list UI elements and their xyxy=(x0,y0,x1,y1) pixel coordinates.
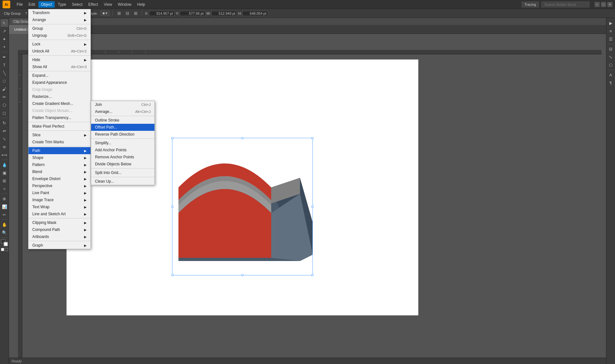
gradient-tool[interactable]: ▣ xyxy=(1,169,8,177)
menu-group[interactable]: Group Ctrl+G xyxy=(28,25,91,32)
menu-edit[interactable]: Edit xyxy=(26,1,38,8)
menu-slice[interactable]: Slice ▶ xyxy=(28,131,91,138)
menu-graph[interactable]: Graph ▶ xyxy=(28,242,91,249)
menu-create-gradient[interactable]: Create Gradient Mesh... xyxy=(28,100,91,107)
menu-blend[interactable]: Blend ▶ xyxy=(28,168,91,175)
slice-tool[interactable]: ✂ xyxy=(1,211,8,218)
lasso-tool[interactable]: ⌖ xyxy=(1,43,8,51)
mesh-tool[interactable]: ⊞ xyxy=(1,177,8,185)
selection-tool[interactable]: ↖ xyxy=(1,19,8,27)
align-left-btn[interactable]: ⊞ xyxy=(115,10,123,17)
width-tool[interactable]: ⟺ xyxy=(1,151,8,159)
submenu-split-grid[interactable]: Split Into Grid... xyxy=(91,169,154,176)
zoom-tool[interactable]: 🔍 xyxy=(1,229,8,236)
menu-expand[interactable]: Expand... xyxy=(28,72,91,79)
menu-envelope-distort[interactable]: Envelope Distort ▶ xyxy=(28,175,91,182)
blend-tool[interactable]: ≈ xyxy=(1,185,8,193)
close-button[interactable]: ✕ xyxy=(607,2,612,7)
fill-stroke-indicator[interactable] xyxy=(1,239,8,246)
submenu-reverse-path[interactable]: Reverse Path Direction xyxy=(91,131,154,138)
panel-transform[interactable]: ⤡ xyxy=(607,53,615,61)
submenu-divide-objects[interactable]: Divide Objects Below xyxy=(91,161,154,168)
style-selector[interactable]: ■ ▾ xyxy=(100,11,110,16)
x-input[interactable] xyxy=(149,11,175,16)
h-input[interactable] xyxy=(242,11,268,16)
scale-tool[interactable]: ⤡ xyxy=(1,135,8,143)
eraser-tool[interactable]: ◻ xyxy=(1,109,8,117)
maximize-button[interactable]: □ xyxy=(601,2,606,7)
menu-trim-marks[interactable]: Create Trim Marks xyxy=(28,138,91,146)
align-center-btn[interactable]: ⊟ xyxy=(123,10,131,17)
canvas-area[interactable]: |||||||| ||| xyxy=(9,34,606,364)
pen-tool[interactable]: ✒ xyxy=(1,53,8,61)
submenu-outline-stroke[interactable]: Outline Stroke xyxy=(91,117,154,124)
panel-layers[interactable]: ≡ xyxy=(607,27,615,35)
rect-tool[interactable]: □ xyxy=(1,77,8,85)
panel-pathfinder[interactable]: ⬡ xyxy=(607,61,615,69)
panel-align[interactable]: ⊟ xyxy=(607,45,615,53)
minimize-button[interactable]: ─ xyxy=(595,2,600,7)
menu-hide[interactable]: Hide ▶ xyxy=(28,56,91,63)
menu-artboards[interactable]: Artboards ▶ xyxy=(28,233,91,240)
none-btn[interactable] xyxy=(5,248,8,251)
submenu-average[interactable]: Average... Alt+Ctrl+J xyxy=(91,108,154,115)
menu-object[interactable]: Object xyxy=(38,1,55,8)
shaper-tool[interactable]: ⬡ xyxy=(1,101,8,109)
menu-view[interactable]: View xyxy=(101,1,115,8)
submenu-join[interactable]: Join Ctrl+J xyxy=(91,101,154,108)
menu-line-sketch[interactable]: Line and Sketch Art ▶ xyxy=(28,210,91,218)
menu-pixel-perfect[interactable]: Make Pixel Perfect xyxy=(28,123,91,130)
eyedropper-tool[interactable]: 💧 xyxy=(1,161,8,169)
rotate-tool[interactable]: ↻ xyxy=(1,119,8,127)
menu-compound-path[interactable]: Compound Path ▶ xyxy=(28,226,91,233)
menu-pattern[interactable]: Pattern ▶ xyxy=(28,161,91,168)
menu-clipping-mask[interactable]: Clipping Mask ▶ xyxy=(28,219,91,226)
pencil-tool[interactable]: ✏ xyxy=(1,93,8,101)
menu-type[interactable]: Type xyxy=(55,1,69,8)
panel-paragraph[interactable]: ¶ xyxy=(607,79,615,87)
color-btn[interactable] xyxy=(1,248,4,251)
type-tool[interactable]: T xyxy=(1,61,8,69)
menu-ungroup[interactable]: Ungroup Shift+Ctrl+G xyxy=(28,32,91,39)
panel-properties[interactable]: ▶ xyxy=(607,19,615,27)
align-right-btn[interactable]: ⊞ xyxy=(132,10,139,17)
panel-character[interactable]: A xyxy=(607,71,615,79)
menu-transform[interactable]: Transform ▶ xyxy=(28,9,91,16)
submenu-simplify[interactable]: Simplify... xyxy=(91,139,154,146)
menu-flatten[interactable]: Flatten Transparency... xyxy=(28,114,91,121)
search-input[interactable] xyxy=(541,2,589,7)
y-input[interactable] xyxy=(180,11,205,16)
submenu-remove-anchor[interactable]: Remove Anchor Points xyxy=(91,154,154,161)
menu-image-trace[interactable]: Image Trace ▶ xyxy=(28,196,91,203)
menu-lock[interactable]: Lock ▶ xyxy=(28,41,91,48)
menu-unlock-all[interactable]: Unlock All Alt+Ctrl+2 xyxy=(28,48,91,55)
submenu-add-anchor[interactable]: Add Anchor Points xyxy=(91,146,154,154)
submenu-offset-path[interactable]: Offset Path... xyxy=(91,124,154,131)
chart-tool[interactable]: 📊 xyxy=(1,203,8,210)
menu-arrange[interactable]: Arrange ▶ xyxy=(28,16,91,23)
warp-tool[interactable]: ≋ xyxy=(1,143,8,151)
menu-perspective[interactable]: Perspective ▶ xyxy=(28,182,91,189)
menu-effect[interactable]: Effect xyxy=(86,1,100,8)
reflect-tool[interactable]: ⇌ xyxy=(1,127,8,135)
menu-shape[interactable]: Shape ▶ xyxy=(28,154,91,161)
menu-text-wrap[interactable]: Text Wrap ▶ xyxy=(28,203,91,210)
menu-help[interactable]: Help xyxy=(135,1,148,8)
paintbrush-tool[interactable]: 🖌 xyxy=(1,85,8,93)
menu-live-paint[interactable]: Live Paint ▶ xyxy=(28,189,91,196)
magic-wand-tool[interactable]: ✦ xyxy=(1,35,8,43)
line-tool[interactable]: ╲ xyxy=(1,69,8,77)
symbol-tool[interactable]: ⊕ xyxy=(1,195,8,202)
menu-rasterize[interactable]: Rasterize... xyxy=(28,93,91,100)
menu-select[interactable]: Select xyxy=(69,1,85,8)
hand-tool[interactable]: ✋ xyxy=(1,221,8,228)
panel-libraries[interactable]: ☰ xyxy=(607,35,615,43)
submenu-clean-up[interactable]: Clean Up... xyxy=(91,178,154,185)
direct-selection-tool[interactable]: ↗ xyxy=(1,27,8,35)
workspace-button[interactable]: Tracing xyxy=(522,2,539,7)
menu-expand-appearance[interactable]: Expand Appearance xyxy=(28,79,91,86)
menu-window[interactable]: Window xyxy=(115,1,134,8)
menu-file[interactable]: File xyxy=(14,1,25,8)
menu-show-all[interactable]: Show All Alt+Ctrl+3 xyxy=(28,63,91,70)
menu-path[interactable]: Path ▶ xyxy=(28,147,91,154)
